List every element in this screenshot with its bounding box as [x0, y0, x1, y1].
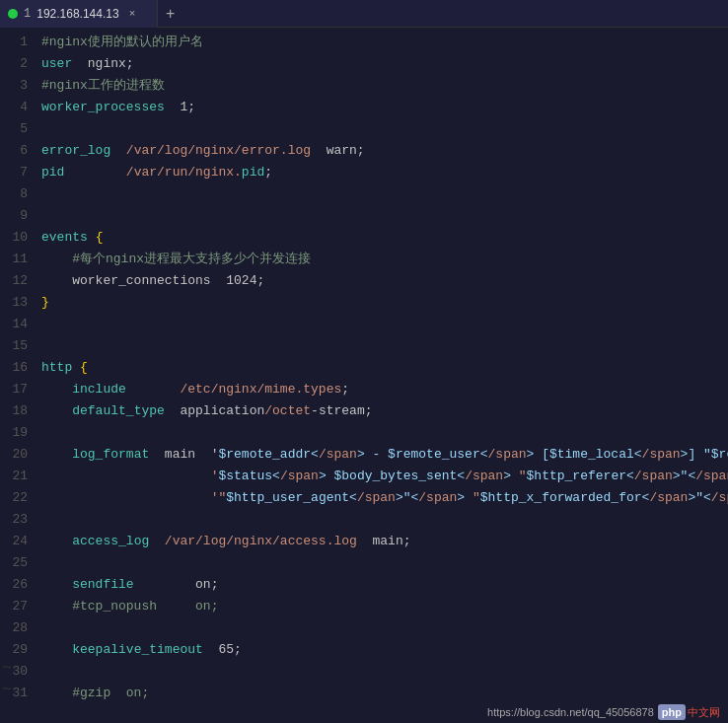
line-number: 23 [0, 509, 28, 531]
code-line: worker_processes 1; [41, 97, 728, 118]
code-line: #nginx使用的默认的用户名 [41, 32, 728, 53]
code-line: error_log /var/log/nginx/error.log warn; [41, 140, 728, 162]
tab-item[interactable]: 1 192.168.144.13 × [0, 0, 158, 28]
code-line: include /etc/nginx/mime.types; [41, 379, 728, 400]
line-number: 9 [0, 205, 28, 227]
line-number: 17 [0, 379, 28, 400]
code-line: log_format main '$remote_addr</span> - $… [41, 444, 728, 466]
code-line: default_type application/octet-stream; [41, 400, 728, 422]
code-line: #nginx工作的进程数 [41, 75, 728, 97]
tab-title: 192.168.144.13 [36, 7, 118, 21]
line-number: 15 [0, 335, 28, 357]
tilde-decoration: ~~ [2, 658, 12, 701]
tab-close-button[interactable]: × [129, 8, 136, 20]
code-line: events { [41, 227, 728, 249]
line-number: 26 [0, 574, 28, 596]
line-number: 8 [0, 183, 28, 205]
code-line: #每个nginx进程最大支持多少个并发连接 [41, 249, 728, 270]
bottom-url: https://blog.csdn.net/qq_45056878 [487, 706, 654, 718]
php-badge: php [658, 704, 686, 720]
code-line: '$status</span> $body_bytes_sent</span> … [41, 466, 728, 487]
code-line: #tcp_nopush on; [41, 596, 728, 617]
line-number: 27 [0, 596, 28, 617]
code-line [41, 509, 728, 531]
line-number: 25 [0, 552, 28, 574]
code-line [41, 205, 728, 227]
line-number: 28 [0, 617, 28, 639]
code-line: keepalive_timeout 65; [41, 639, 728, 661]
line-number: 18 [0, 400, 28, 422]
line-number: 12 [0, 270, 28, 292]
line-number: 5 [0, 118, 28, 140]
code-line [41, 314, 728, 335]
editor: 1234567891011121314151617181920212223242… [0, 28, 728, 723]
line-number: 19 [0, 422, 28, 444]
tab-bar: 1 192.168.144.13 × + [0, 0, 728, 28]
line-number: 14 [0, 314, 28, 335]
line-number: 6 [0, 140, 28, 162]
code-content[interactable]: #nginx使用的默认的用户名user nginx;#nginx工作的进程数wo… [36, 28, 728, 723]
tab-add-button[interactable]: + [158, 5, 182, 23]
code-line: pid /var/run/nginx.pid; [41, 162, 728, 183]
tab-indicator-icon [8, 9, 18, 19]
line-number: 21 [0, 466, 28, 487]
line-number: 4 [0, 97, 28, 118]
code-line: } [41, 292, 728, 314]
bottom-bar: https://blog.csdn.net/qq_45056878 php 中文… [0, 701, 728, 723]
code-line [41, 183, 728, 205]
line-number: 3 [0, 75, 28, 97]
line-number: 2 [0, 53, 28, 75]
code-line [41, 661, 728, 683]
line-number: 20 [0, 444, 28, 466]
code-line [41, 617, 728, 639]
code-line [41, 118, 728, 140]
tab-number: 1 [24, 7, 31, 21]
cn-badge: 中文网 [688, 705, 720, 720]
code-line: http { [41, 357, 728, 379]
line-number: 24 [0, 531, 28, 552]
line-number: 1 [0, 32, 28, 53]
code-line: access_log /var/log/nginx/access.log mai… [41, 531, 728, 552]
code-line: worker_connections 1024; [41, 270, 728, 292]
code-line: sendfile on; [41, 574, 728, 596]
line-number: 7 [0, 162, 28, 183]
code-line: '"$http_user_agent</span>"</span> "$http… [41, 487, 728, 509]
line-number: 13 [0, 292, 28, 314]
line-numbers: 1234567891011121314151617181920212223242… [0, 28, 36, 723]
line-number: 16 [0, 357, 28, 379]
code-line: user nginx; [41, 53, 728, 75]
code-line [41, 335, 728, 357]
line-number: 11 [0, 249, 28, 270]
code-line [41, 552, 728, 574]
code-line [41, 422, 728, 444]
line-number: 22 [0, 487, 28, 509]
line-number: 10 [0, 227, 28, 249]
